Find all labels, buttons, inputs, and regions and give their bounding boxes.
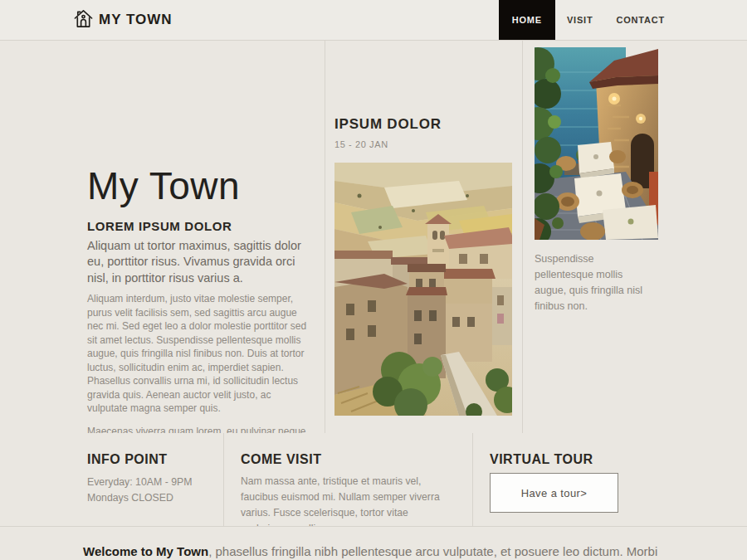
hero-subtitle: LOREM IPSUM DOLOR [87,219,313,233]
info-point-hours: Everyday: 10AM - 9PM [87,475,223,490]
info-strip: INFO POINT Everyday: 10AM - 9PM Mondays … [0,433,747,527]
info-point-title: INFO POINT [87,452,223,467]
aside-caption: Suspendisse pellentesque mollis augue, q… [535,251,651,314]
seaside-terrace-cafe-photo [535,47,658,240]
page: MY TOWN HOME VISIT CONTACT My Town LOREM… [0,0,747,560]
logo-text: MY TOWN [99,12,173,28]
hero-footnote: Maecenas viverra quam lorem, eu pulvinar… [87,425,313,433]
hero-body-paragraph: Aliquam interdum, justo vitae molestie s… [87,292,313,416]
virtual-tour-title: VIRTUAL TOUR [490,452,747,467]
hero-lead-paragraph: Aliquam ut tortor maximus, sagittis dolo… [87,238,313,287]
event-dates: 15 - 20 JAN [334,139,522,149]
come-visit-title: COME VISIT [241,452,461,467]
info-point-section: INFO POINT Everyday: 10AM - 9PM Mondays … [0,433,224,526]
logo[interactable]: MY TOWN [73,0,173,40]
info-point-closed: Mondays CLOSED [87,490,223,506]
aside-column: Suspendisse pellentesque mollis augue, q… [523,41,747,433]
main-content: My Town LOREM IPSUM DOLOR Aliquam ut tor… [0,41,747,433]
come-visit-section: COME VISIT Nam massa ante, tristique et … [224,433,473,526]
header: MY TOWN HOME VISIT CONTACT [0,0,747,41]
event-title: IPSUM DOLOR [334,116,522,133]
page-title: My Town [87,165,313,208]
virtual-tour-section: VIRTUAL TOUR Have a tour> [473,433,747,526]
footer: Welcome to My Town, phasellus fringilla … [0,527,747,560]
nav-item-home[interactable]: HOME [499,0,555,40]
footer-welcome-bold: Welcome to My Town [83,544,208,558]
hero-column: My Town LOREM IPSUM DOLOR Aliquam ut tor… [0,41,325,433]
event-column: IPSUM DOLOR 15 - 20 JAN [325,41,523,433]
nav-item-contact[interactable]: CONTACT [604,0,676,40]
hilltop-town-aerial-photo [334,163,512,416]
main-nav: HOME VISIT CONTACT [499,0,676,40]
nav-item-visit[interactable]: VISIT [555,0,605,40]
home-icon [73,7,94,32]
come-visit-text: Nam massa ante, tristique et mauris vel,… [241,474,461,526]
have-a-tour-button[interactable]: Have a tour> [490,473,618,513]
